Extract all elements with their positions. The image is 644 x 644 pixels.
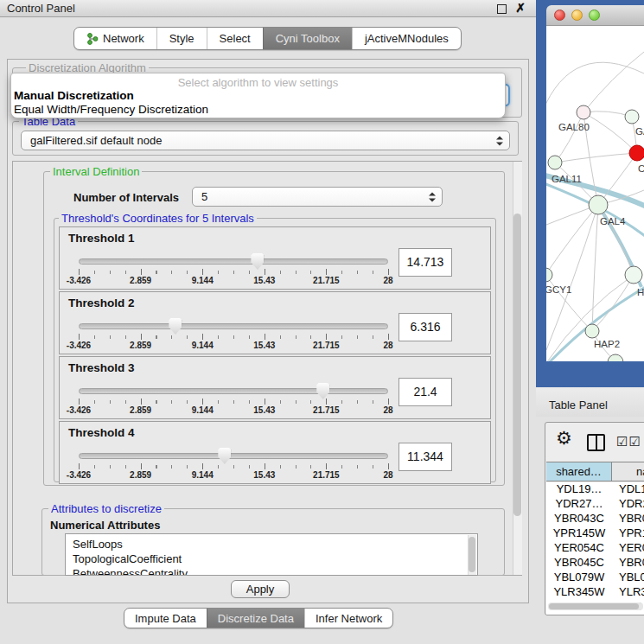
node-ga[interactable]: [625, 110, 639, 124]
control-panel-tabbar: Network Style Select Cyni Toolbox jActiv…: [73, 27, 462, 50]
slider-tick-labels: -3.426 2.859 9.144 15.43 21.715 28: [79, 470, 388, 481]
node-label: GAL11: [552, 174, 582, 184]
tab-infer-network[interactable]: Infer Network: [304, 609, 392, 628]
interval-definition-label: Interval Definition: [50, 165, 142, 178]
node-gal11[interactable]: [548, 156, 562, 169]
slider-major-ticks: [79, 334, 389, 340]
slider-thumb[interactable]: [251, 253, 264, 270]
combo-arrows-icon: [496, 136, 502, 145]
number-of-intervals-label: Number of Intervals: [73, 191, 179, 204]
screen: Control Panel ✗ Network Style Select Cyn…: [0, 0, 644, 644]
tab-jactivemnodules[interactable]: jActiveMNodules: [352, 28, 461, 49]
attributes-group-label: Attributes to discretize: [48, 502, 164, 515]
list-scrollbar-thumb[interactable]: [469, 537, 475, 572]
tab-style[interactable]: Style: [156, 28, 207, 49]
slider-tick-labels: -3.426 2.859 9.144 15.43 21.715 28: [79, 405, 388, 416]
minimize-traffic-light[interactable]: [571, 10, 583, 21]
threshold-4-value[interactable]: 11.344: [399, 443, 452, 471]
threshold-4-label: Threshold 4: [68, 426, 135, 439]
slider-major-ticks: [79, 269, 389, 275]
dropdown-option-equal-width[interactable]: Equal Width/Frequency Discretization: [14, 103, 208, 116]
node-label: GAL80: [558, 122, 590, 132]
column-header-name[interactable]: na: [612, 462, 644, 481]
tab-discretize-data[interactable]: Discretize Data: [207, 609, 304, 628]
network-canvas[interactable]: GAL80 GA C GAL11 GAL4 GCY1 H HAP2: [546, 26, 644, 361]
slider-thumb[interactable]: [218, 448, 231, 464]
table-row[interactable]: YER054CYER0: [546, 541, 644, 556]
table-panel-titlebar: Table Panel: [536, 387, 644, 417]
table-panel: ⚙ ☑☑ shared… na YDL19…YDL1 YDR27…YDR2 YB…: [545, 422, 644, 615]
list-item[interactable]: TopologicalCoefficient: [66, 552, 477, 566]
thresholds-group-label: Threshold's Coordinates for 5 Intervals: [59, 212, 257, 225]
number-of-intervals-combo[interactable]: 5: [192, 187, 443, 207]
slider-thumb[interactable]: [316, 383, 329, 399]
close-traffic-light[interactable]: [554, 10, 565, 21]
table-data-value: galFiltered.sif default node: [30, 134, 162, 147]
node-h[interactable]: [625, 266, 642, 284]
node-partial[interactable]: [608, 354, 623, 361]
column-header-shared[interactable]: shared…: [546, 462, 612, 481]
float-window-icon[interactable]: [497, 4, 507, 14]
horizontal-scrollbar-track[interactable]: [548, 603, 643, 610]
dropdown-option-manual[interactable]: Manual Discretization: [14, 89, 134, 102]
node-hap2[interactable]: [585, 324, 599, 338]
gear-icon[interactable]: ⚙: [556, 428, 572, 449]
dropdown-placeholder: Select algorithm to view settings: [11, 76, 505, 89]
horizontal-scrollbar-thumb[interactable]: [549, 603, 639, 609]
number-of-intervals-value: 5: [201, 190, 207, 203]
slider-tick-labels: -3.426 2.859 9.144 15.43 21.715 28: [79, 276, 388, 286]
threshold-3-slider[interactable]: [79, 388, 388, 394]
apply-button[interactable]: Apply: [231, 580, 290, 598]
threshold-1-label: Threshold 1: [68, 232, 135, 245]
node-gal4[interactable]: [589, 195, 608, 214]
node-label: HAP2: [594, 339, 620, 349]
table-row[interactable]: YBR045CYBR0: [546, 556, 644, 571]
threshold-2-value[interactable]: 6.316: [399, 313, 452, 341]
table-row[interactable]: YDR27…YDR2: [546, 497, 644, 512]
list-item[interactable]: SelfLoops: [66, 537, 477, 552]
zoom-traffic-light[interactable]: [589, 10, 600, 21]
control-panel-titlebar: Control Panel ✗: [0, 0, 536, 17]
table-row[interactable]: YBR043CYBR0: [546, 512, 644, 526]
slider-tick-labels: -3.426 2.859 9.144 15.43 21.715 28: [79, 341, 388, 351]
tab-cyni-toolbox[interactable]: Cyni Toolbox: [263, 28, 352, 49]
algorithm-dropdown: Select algorithm to view settings Manual…: [10, 73, 506, 118]
table-rows: YDL19…YDL1 YDR27…YDR2 YBR043CYBR0 YPR145…: [546, 482, 644, 615]
table-row[interactable]: YPR145WYPR1: [546, 526, 644, 541]
node-red-selected[interactable]: [629, 145, 644, 161]
node-gal80[interactable]: [577, 105, 590, 119]
list-item[interactable]: BetweennessCentrality: [66, 566, 477, 576]
network-icon: [86, 33, 99, 45]
slider-major-ticks: [79, 463, 389, 469]
threshold-1-value[interactable]: 14.713: [399, 248, 452, 277]
table-data-combo[interactable]: galFiltered.sif default node: [21, 131, 510, 150]
close-icon[interactable]: ✗: [515, 1, 526, 15]
bottom-tabbar: Impute Data Discretize Data Infer Networ…: [124, 608, 393, 628]
table-row[interactable]: YDL19…YDL1: [546, 482, 644, 497]
table-row[interactable]: YBL079WYBL0: [546, 571, 644, 585]
node-label: GA: [635, 126, 644, 137]
slider-thumb[interactable]: [169, 318, 182, 335]
panel-scrollbar-thumb[interactable]: [513, 214, 521, 516]
nodes[interactable]: [546, 105, 644, 361]
threshold-3-label: Threshold 3: [68, 361, 135, 374]
tab-network[interactable]: Network: [74, 28, 156, 49]
threshold-2-slider[interactable]: [79, 323, 388, 329]
node-label: GAL4: [600, 216, 626, 226]
threshold-3-panel: Threshold 3 -3.426 2.859 9.144 15.43 21.…: [59, 356, 491, 419]
threshold-1-slider[interactable]: [79, 258, 388, 265]
table-row[interactable]: YLR345WYLR3: [546, 585, 644, 600]
split-columns-icon[interactable]: [587, 434, 605, 451]
checkbox-icons[interactable]: ☑☑: [616, 434, 641, 450]
node-label: GCY1: [546, 284, 571, 295]
tab-impute-data[interactable]: Impute Data: [124, 609, 207, 628]
node-label: C: [638, 163, 644, 174]
tab-select[interactable]: Select: [207, 28, 263, 49]
numerical-attributes-label: Numerical Attributes: [50, 519, 160, 532]
numerical-attributes-list[interactable]: SelfLoops TopologicalCoefficient Between…: [65, 533, 478, 576]
threshold-4-panel: Threshold 4 -3.426 2.859 9.144 15.43 21.…: [59, 421, 491, 484]
node-labels: GAL80 GA C GAL11 GAL4 GCY1 H HAP2: [546, 122, 644, 349]
node-gcy1[interactable]: [546, 268, 552, 282]
threshold-4-slider[interactable]: [79, 453, 388, 459]
threshold-3-value[interactable]: 21.4: [399, 378, 452, 406]
